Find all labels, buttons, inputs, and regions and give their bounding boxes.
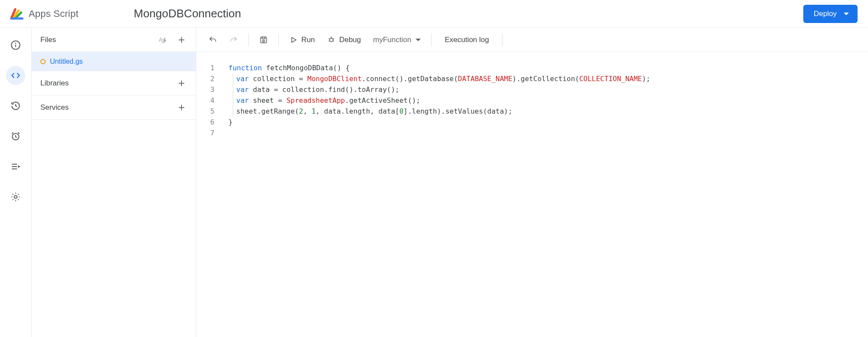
rail-editor[interactable] [6, 66, 25, 85]
line-number: 2 [196, 73, 215, 84]
apps-script-logo-icon [9, 6, 24, 22]
logo-area: Apps Script [9, 6, 130, 22]
line-number: 5 [196, 106, 215, 117]
play-icon [289, 36, 298, 44]
plus-icon [177, 35, 186, 45]
svg-point-2 [15, 43, 17, 44]
libraries-header: Libraries [32, 71, 196, 95]
tok: () [333, 64, 341, 72]
toolbar-divider [248, 33, 249, 46]
svg-marker-9 [18, 165, 20, 168]
tok: .getActiveSheet(); [345, 96, 420, 105]
tok: = [299, 75, 304, 83]
rail-settings[interactable] [6, 187, 25, 206]
line-number: 1 [196, 62, 215, 73]
line-number: 7 [196, 128, 215, 138]
tok: ); [642, 75, 650, 83]
logo-text: Apps Script [29, 8, 79, 20]
tok: 1 [311, 107, 316, 115]
code-content[interactable]: function fetchMongoDBData() { var collec… [221, 62, 868, 337]
rail-overview[interactable] [6, 36, 25, 55]
tok: MongoDBClient [307, 75, 362, 83]
gear-icon [10, 191, 21, 203]
add-library-button[interactable] [174, 76, 189, 91]
add-file-button[interactable] [174, 33, 189, 47]
tok: , [303, 107, 311, 115]
line-number: 4 [196, 95, 215, 106]
redo-button[interactable] [225, 33, 242, 47]
add-service-button[interactable] [174, 100, 189, 115]
chevron-down-icon [844, 13, 849, 15]
toolbar-divider [502, 33, 502, 46]
chevron-down-icon [416, 39, 421, 41]
svg-point-23 [330, 38, 333, 41]
line-number: 6 [196, 117, 215, 128]
deploy-button[interactable]: Deploy [803, 5, 858, 23]
deploy-button-label: Deploy [814, 10, 837, 18]
rail-triggers[interactable] [6, 127, 25, 146]
run-button[interactable]: Run [285, 33, 319, 47]
editor-toolbar: Run Debug myFunction Execution log [196, 28, 868, 52]
svg-rect-20 [262, 37, 265, 39]
undo-button[interactable] [204, 33, 221, 47]
file-item[interactable]: Untitled.gs [32, 52, 196, 71]
plus-icon [177, 103, 186, 112]
tok: DATABASE_NAME [458, 75, 512, 83]
code-editor[interactable]: 1 2 3 4 5 6 7 function fetchMongoDBData(… [196, 52, 868, 337]
libraries-label: Libraries [40, 79, 69, 88]
line-number: 3 [196, 84, 215, 95]
tok: fetchMongoDBData [266, 64, 333, 72]
info-icon [10, 39, 21, 51]
run-label: Run [301, 36, 315, 44]
execution-log-label: Execution log [445, 36, 489, 44]
app-header: Apps Script MongoDBConnection Deploy [0, 0, 868, 28]
code-icon [10, 70, 21, 81]
files-panel: Files AZ Untitled.gs Libraries [31, 28, 196, 337]
tok: sheet [253, 96, 274, 105]
tok: data [253, 85, 270, 94]
files-label: Files [40, 36, 56, 44]
tok: var [236, 96, 249, 105]
rail-history[interactable] [6, 96, 25, 115]
sort-az-button[interactable]: AZ [155, 33, 170, 47]
history-icon [10, 100, 21, 111]
svg-marker-22 [292, 37, 296, 43]
tok: ).getCollection( [512, 75, 579, 83]
tok: function [228, 64, 262, 72]
tok: = [278, 96, 282, 105]
tok: 0 [399, 107, 404, 115]
tok: var [236, 75, 249, 83]
clock-icon [10, 131, 21, 142]
rail-executions[interactable] [6, 157, 25, 176]
tok: collection [253, 75, 295, 83]
save-button[interactable] [255, 33, 272, 47]
debug-button[interactable]: Debug [323, 33, 365, 47]
tok: var [236, 85, 249, 94]
function-selected-label: myFunction [373, 36, 411, 44]
executions-icon [10, 161, 21, 172]
tok: SpreadsheetApp [287, 96, 345, 105]
toolbar-divider [431, 33, 432, 46]
tok: .connect().getDatabase( [362, 75, 458, 83]
services-header: Services [32, 95, 196, 120]
execution-log-button[interactable]: Execution log [438, 33, 496, 47]
left-rail [0, 28, 31, 337]
sort-az-icon: AZ [158, 35, 167, 45]
file-name: Untitled.gs [50, 58, 83, 65]
project-name[interactable]: MongoDBConnection [134, 7, 241, 20]
tok: sheet.getRange( [236, 107, 299, 115]
svg-point-21 [263, 40, 264, 42]
tok: 2 [299, 107, 304, 115]
bug-icon [327, 36, 336, 44]
plus-icon [177, 79, 186, 88]
function-select[interactable]: myFunction [369, 33, 425, 47]
tok: COLLECTION_NAME [579, 75, 642, 83]
redo-icon [229, 36, 238, 44]
unsaved-indicator-icon [40, 59, 46, 64]
services-label: Services [40, 103, 69, 112]
tok: = [274, 85, 278, 94]
svg-line-4 [12, 132, 13, 134]
tok: ].length).setValues(data); [403, 107, 512, 115]
tok: , data.length, data[ [316, 107, 399, 115]
save-icon [259, 36, 268, 44]
